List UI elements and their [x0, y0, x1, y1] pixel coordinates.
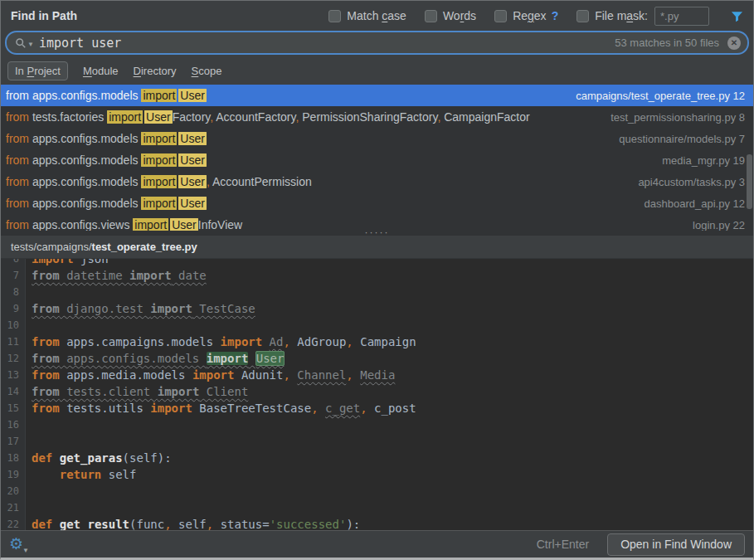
text-segment: tests.client [60, 385, 158, 398]
result-row[interactable]: from apps.configs.models importUserquest… [1, 128, 753, 149]
words-checkbox[interactable]: Words [425, 9, 476, 22]
results-list[interactable]: from apps.configs.models importUsercampa… [1, 85, 753, 231]
code-text: import json [26, 259, 109, 267]
code-line[interactable]: 20 [1, 483, 753, 499]
text-segment: from [6, 110, 29, 124]
tab-scope[interactable]: Scope [192, 65, 222, 77]
code-line[interactable]: 15from tests.utils import BaseTreeTestCa… [1, 400, 753, 416]
code-line[interactable]: 9from django.test import TestCase [1, 300, 753, 317]
regex-help-icon[interactable]: ? [552, 9, 559, 22]
open-in-find-window-button[interactable]: Open in Find Window [607, 533, 745, 556]
result-match-text: from apps.configs.models importUser, Acc… [6, 175, 628, 188]
line-number: 13 [1, 367, 26, 383]
tab-directory[interactable]: Directory [134, 65, 177, 77]
code-text: from apps.configs.models import User [26, 350, 285, 367]
line-number: 18 [1, 450, 26, 466]
code-line[interactable]: 21 [1, 499, 753, 516]
text-segment: get_paras [60, 451, 123, 465]
search-input[interactable] [39, 36, 615, 51]
text-segment: , [207, 518, 213, 530]
preview-path-prefix: tests/campaigns/ [11, 241, 92, 253]
dialog-header: Find in Path Match case Words Regex ? Fi… [1, 1, 753, 31]
code-line[interactable]: 16 [1, 416, 753, 433]
match-highlight: import [133, 218, 168, 231]
text-segment: django.test [60, 302, 151, 315]
match-case-checkbox[interactable]: Match case [328, 9, 406, 22]
search-field[interactable]: ▼ 53 matches in 50 files ✕ [5, 31, 749, 55]
result-match-text: from apps.configs.views importUserInfoVi… [6, 218, 683, 231]
code-text: from tests.client import Client [26, 383, 248, 400]
text-segment: c_get [325, 402, 360, 415]
settings-gear-icon[interactable]: ⚙ ▼ [9, 535, 31, 553]
line-number: 16 [1, 416, 26, 433]
result-row[interactable]: from apps.configs.models importUser, Acc… [1, 171, 753, 192]
checkbox-box-icon [576, 10, 589, 22]
text-segment: def [32, 518, 52, 530]
line-number: 11 [1, 334, 26, 350]
results-scrollbar-thumb[interactable] [747, 154, 752, 209]
text-segment: apps.campaigns.models [60, 335, 221, 348]
file-mask-input[interactable] [654, 7, 709, 26]
text-segment: apps.configs.models [29, 153, 141, 167]
result-match-text: from apps.configs.models importUser [6, 132, 609, 145]
text-segment: from [32, 302, 60, 315]
match-highlight: import [141, 197, 177, 210]
line-number: 15 [1, 400, 26, 416]
match-highlight: User [178, 89, 207, 102]
text-segment [319, 402, 325, 415]
code-line[interactable]: 19 return self [1, 466, 753, 483]
code-line[interactable]: 11from apps.campaigns.models import Ad, … [1, 334, 753, 350]
code-text: from django.test import TestCase [26, 300, 255, 317]
line-number: 6 [1, 259, 26, 267]
result-file-location: media_mgr.py 19 [662, 154, 745, 167]
file-mask-checkbox[interactable]: File mask: [576, 9, 648, 22]
match-highlight: User [178, 132, 207, 145]
filter-icon[interactable] [731, 10, 743, 22]
text-segment: AccountFactory [213, 110, 295, 124]
text-segment: self [172, 518, 207, 530]
code-line[interactable]: 7from datetime import date [1, 267, 753, 284]
result-file-location: login.py 22 [693, 219, 745, 231]
code-line[interactable]: 8 [1, 284, 753, 300]
result-row[interactable]: from apps.configs.models importUsercampa… [1, 85, 753, 106]
search-history-arrow-icon[interactable]: ▼ [27, 41, 34, 48]
text-segment [52, 518, 59, 530]
text-segment: import [158, 385, 200, 398]
code-text: return self [26, 466, 136, 483]
code-line[interactable]: 18def get_paras(self): [1, 450, 753, 466]
text-segment: AdGroup [290, 335, 346, 348]
result-row[interactable]: from apps.configs.models importUserdashb… [1, 192, 753, 214]
code-text [26, 416, 32, 433]
text-segment: from [6, 218, 29, 231]
result-row[interactable]: from apps.configs.views importUserInfoVi… [1, 214, 753, 231]
result-file-location: test_permissionsharing.py 8 [610, 111, 745, 124]
line-number: 12 [1, 350, 26, 367]
regex-label: Regex [513, 9, 547, 22]
tab-in-project[interactable]: In Project [7, 61, 68, 80]
code-line[interactable]: 22def get_result(func, self, status='suc… [1, 516, 753, 530]
match-highlight: User [255, 351, 285, 366]
result-match-text: from tests.factories importUserFactory, … [6, 110, 601, 124]
result-row[interactable]: from tests.factories importUserFactory, … [1, 106, 753, 128]
code-line[interactable]: 6import json [1, 259, 753, 267]
code-line[interactable]: 14from tests.client import Client [1, 383, 753, 400]
code-line[interactable]: 10 [1, 317, 753, 334]
code-line[interactable]: 17 [1, 433, 753, 450]
tab-module[interactable]: Module [83, 65, 119, 77]
clear-search-icon[interactable]: ✕ [727, 37, 741, 50]
preview-file-name: test_operate_tree.py [92, 241, 197, 253]
text-segment: from [6, 132, 29, 145]
text-segment: def [32, 451, 52, 465]
regex-checkbox[interactable]: Regex [494, 9, 547, 22]
text-segment: get_result [60, 518, 129, 530]
text-segment: Adunit [234, 368, 283, 382]
text-segment: tests.utils [60, 402, 151, 415]
code-preview[interactable]: 6import json7from datetime import date89… [1, 259, 753, 530]
code-line[interactable]: 13from apps.media.models import Adunit, … [1, 367, 753, 383]
match-highlight: import [207, 352, 249, 365]
gear-dropdown-arrow-icon: ▼ [22, 547, 29, 554]
text-segment: from [32, 352, 60, 365]
result-row[interactable]: from apps.configs.models importUsermedia… [1, 149, 753, 171]
code-text: from tests.utils import BaseTreeTestCase… [26, 400, 416, 416]
code-line[interactable]: 12from apps.configs.models import User [1, 350, 753, 367]
